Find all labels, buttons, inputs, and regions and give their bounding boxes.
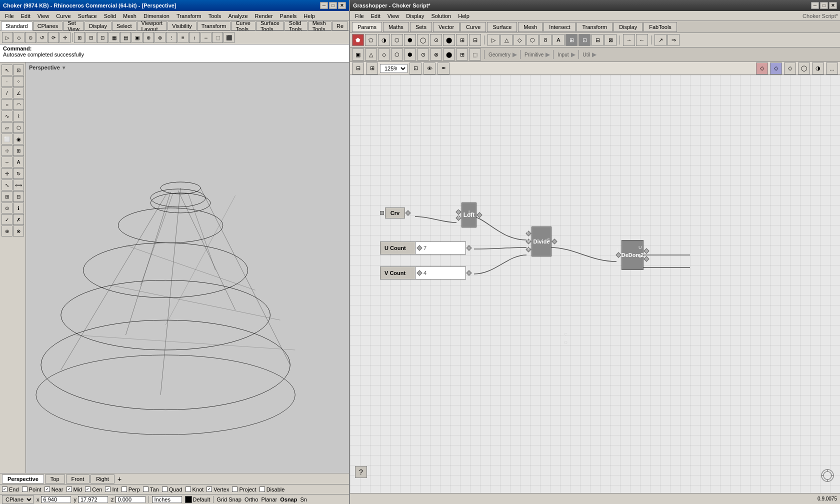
multipoint-tool[interactable]: ⁘	[13, 76, 24, 87]
gh-tab-display[interactable]: Display	[614, 22, 642, 32]
settings-tool[interactable]: ✗	[13, 214, 24, 225]
u-count-track[interactable]: 7	[416, 242, 466, 254]
tab-mesh-tools[interactable]: Mesh Tools	[308, 22, 332, 30]
gh-help-button[interactable]: ?	[355, 466, 367, 478]
gh-canvas-btn-right3[interactable]: ◇	[784, 62, 796, 74]
toolbar-btn-13[interactable]: ⊕	[143, 32, 154, 43]
osnap-label[interactable]: Osnap	[280, 496, 297, 502]
gh-menu-help[interactable]: Help	[455, 12, 472, 20]
v-count-node[interactable]: V Count 4	[380, 266, 471, 280]
freeform-tool[interactable]: ⌇	[13, 110, 24, 122]
gh-btn-geo6[interactable]: ◯	[417, 34, 429, 46]
menu-analyze[interactable]: Analyze	[225, 12, 250, 20]
toolbar-btn-19[interactable]: ⬚	[212, 32, 223, 43]
extra-tool-1[interactable]: ⊕	[2, 226, 12, 236]
toolbar-btn-8[interactable]: ⊟	[86, 32, 96, 43]
snap-near[interactable]: Near	[44, 486, 64, 492]
grid-snap-label[interactable]: Grid Snap	[216, 496, 242, 502]
gh-btn-r3[interactable]: ◇	[378, 48, 390, 60]
loft-body[interactable]: C O Loft	[462, 202, 476, 228]
snap-near-checkbox[interactable]	[44, 486, 50, 492]
gh-btn-r10[interactable]: ⬚	[469, 48, 481, 60]
grid-tool[interactable]: ⊞	[2, 191, 12, 202]
menu-panels[interactable]: Panels	[277, 12, 300, 20]
menu-tools[interactable]: Tools	[206, 12, 224, 20]
dedom-port-i[interactable]	[616, 252, 621, 258]
menu-file[interactable]: File	[2, 12, 17, 20]
u-count-right-port[interactable]	[466, 245, 472, 250]
box-tool[interactable]: ⬜	[2, 134, 12, 144]
snap-mid[interactable]: Mid	[66, 486, 82, 492]
dedom2-node[interactable]: DeDom2	[616, 240, 648, 270]
gh-btn-r8[interactable]: ⬤	[443, 48, 455, 60]
select-tool-2[interactable]: ⊡	[13, 64, 24, 76]
toolbar-btn-2[interactable]: ◇	[14, 32, 24, 43]
gh-btn-geo7[interactable]: ⊙	[430, 34, 442, 46]
gh-btn-r4[interactable]: ⬡	[391, 48, 403, 60]
cplane-dropdown[interactable]: CPlane	[2, 495, 34, 504]
divide-body[interactable]: Divide	[532, 226, 552, 256]
snap-quad[interactable]: Quad	[162, 486, 182, 492]
gh-btn-prim7[interactable]: ⊞	[566, 34, 578, 46]
gh-tab-curve[interactable]: Curve	[460, 22, 486, 32]
gh-btn-prim5[interactable]: 8	[540, 34, 552, 46]
rhino-viewport[interactable]: Perspective ▼	[26, 62, 349, 473]
gh-btn-geo1[interactable]: ⬟	[352, 34, 364, 46]
gh-maximize-button[interactable]: □	[820, 2, 828, 9]
u-count-node[interactable]: U Count 7	[380, 242, 471, 254]
gh-canvas-btn4[interactable]: 👁	[424, 62, 436, 74]
circle-tool[interactable]: ○	[2, 99, 12, 110]
snap-tan-checkbox[interactable]	[143, 486, 148, 492]
tab-curve-tools[interactable]: Curve Tools	[231, 22, 256, 30]
snap-vertex-checkbox[interactable]	[206, 486, 212, 492]
gh-btn-prim9[interactable]: ⊟	[592, 34, 604, 46]
snap-perp-checkbox[interactable]	[122, 486, 127, 492]
gh-canvas-btn1[interactable]: ⊟	[352, 62, 364, 74]
toolbar-btn-15[interactable]: ⋮	[166, 32, 177, 43]
tab-display[interactable]: Display	[84, 22, 112, 30]
add-viewport-button[interactable]: +	[118, 475, 122, 483]
toolbar-btn-14[interactable]: ⊗	[154, 32, 166, 43]
gh-menu-solution[interactable]: Solution	[428, 12, 454, 20]
select-tool[interactable]: ↖	[2, 64, 12, 76]
snap-quad-checkbox[interactable]	[162, 486, 168, 492]
snap-int-checkbox[interactable]	[105, 486, 110, 492]
vptab-perspective[interactable]: Perspective	[2, 474, 44, 484]
gh-btn-geo3[interactable]: ◑	[378, 34, 390, 46]
gh-menu-file[interactable]: File	[352, 12, 367, 20]
toolbar-btn-3[interactable]: ⊙	[25, 32, 36, 43]
gh-canvas[interactable]: Crv C O Loft C O	[350, 75, 840, 493]
vptab-top[interactable]: Top	[45, 474, 65, 484]
gh-tab-mesh[interactable]: Mesh	[518, 22, 542, 32]
mirror-tool[interactable]: ⟺	[13, 180, 24, 190]
dim-tool[interactable]: ↔	[2, 156, 12, 168]
toolbar-btn-16[interactable]: ≡	[178, 32, 188, 43]
gh-btn-prim10[interactable]: ⊠	[604, 34, 616, 46]
gh-canvas-btn2[interactable]: ⊞	[366, 62, 378, 74]
menu-render[interactable]: Render	[252, 12, 276, 20]
toolbar-btn-9[interactable]: ⊡	[97, 32, 108, 43]
gh-btn-r6[interactable]: ⊙	[417, 48, 429, 60]
point-tool[interactable]: ·	[2, 76, 12, 87]
patch-tool[interactable]: ⊞	[13, 145, 24, 156]
gh-btn-geo8[interactable]: ⬤	[443, 34, 455, 46]
mesh-tool[interactable]: ⊹	[2, 145, 12, 156]
vptab-front[interactable]: Front	[66, 474, 90, 484]
tab-setview[interactable]: Set View	[63, 22, 84, 30]
snap-perp[interactable]: Perp	[122, 486, 140, 492]
curve-tool[interactable]: ∿	[2, 110, 12, 122]
gh-btn-util1[interactable]: ↗	[654, 34, 666, 46]
toolbar-btn-10[interactable]: ▦	[108, 32, 120, 43]
divide-port-i[interactable]	[526, 230, 531, 236]
array-tool[interactable]: ⊟	[13, 191, 24, 202]
text-tool[interactable]: A	[13, 156, 24, 168]
info-tool[interactable]: ℹ	[13, 202, 24, 214]
snap-disable[interactable]: Disable	[260, 486, 285, 492]
menu-curve[interactable]: Curve	[53, 12, 74, 20]
gh-menu-edit[interactable]: Edit	[368, 12, 384, 20]
gh-canvas-btn-right5[interactable]: ◑	[812, 62, 824, 74]
toolbar-btn-12[interactable]: ▣	[132, 32, 142, 43]
snap-end-checkbox[interactable]	[2, 486, 8, 492]
loft-node[interactable]: C O Loft	[456, 202, 482, 228]
gh-btn-r9[interactable]: ⊞	[456, 48, 468, 60]
